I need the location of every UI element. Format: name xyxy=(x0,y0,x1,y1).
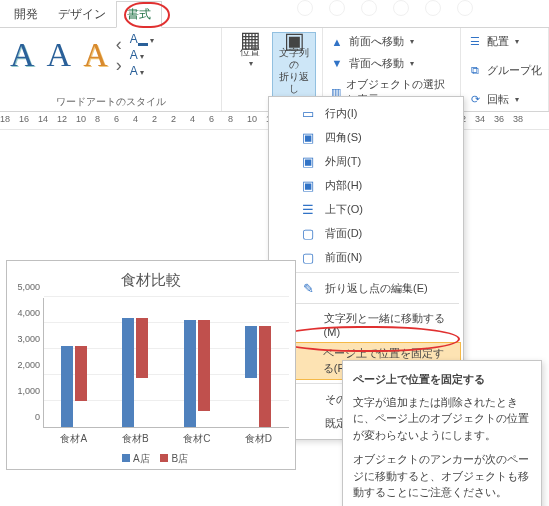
wrap-square-icon: ▣ xyxy=(299,129,317,145)
tooltip-title: ページ上で位置を固定する xyxy=(353,371,531,388)
chart-bar xyxy=(61,346,73,427)
wordart-style-3[interactable]: A xyxy=(79,35,112,75)
tab-format[interactable]: 書式 xyxy=(116,1,162,28)
wrap-inline[interactable]: ▭行内(I) xyxy=(269,101,463,125)
wrap-front[interactable]: ▢前面(N) xyxy=(269,245,463,269)
tooltip-paragraph-2: オブジェクトのアンカーが次のページに移動すると、オブジェクトも移動することにご注… xyxy=(353,451,531,501)
rotate-icon: ⟳ xyxy=(467,93,483,106)
bring-forward-button[interactable]: ▲前面へ移動▾ xyxy=(329,32,454,51)
bring-forward-icon: ▲ xyxy=(329,36,345,48)
text-effects-icon[interactable]: A▾ xyxy=(130,64,154,78)
wrap-topbottom[interactable]: ☰上下(O) xyxy=(269,197,463,221)
chart-plot-area: 01,0002,0003,0004,0005,000 xyxy=(43,298,289,428)
wrap-through[interactable]: ▣内部(H) xyxy=(269,173,463,197)
position-icon: ▦ xyxy=(240,34,261,46)
chart-bar xyxy=(122,318,134,427)
rotate-button[interactable]: ⟳回転▾ xyxy=(467,90,542,109)
chart-x-label: 食材C xyxy=(166,432,228,446)
chart-bar xyxy=(75,346,87,401)
text-outline-icon[interactable]: A▾ xyxy=(130,48,154,62)
text-fill-icon[interactable]: A▾ xyxy=(130,32,154,46)
legend-swatch-b xyxy=(160,454,168,462)
chart-legend: A店 B店 xyxy=(13,452,289,466)
position-button[interactable]: ▦ 位置▾ xyxy=(228,32,272,110)
send-backward-button[interactable]: ▼背面へ移動▾ xyxy=(329,54,454,73)
edit-wrap-icon: ✎ xyxy=(299,280,317,296)
tab-design[interactable]: デザイン xyxy=(48,2,116,27)
chart-x-labels: 食材A食材B食材C食材D xyxy=(43,432,289,446)
group-icon: ⧉ xyxy=(467,64,483,77)
align-icon: ☰ xyxy=(467,35,483,48)
wrap-inline-icon: ▭ xyxy=(299,105,317,121)
chart-title: 食材比較 xyxy=(13,271,289,290)
edit-wrap-points[interactable]: ✎折り返し点の編集(E) xyxy=(269,276,463,300)
wrap-tight[interactable]: ▣外周(T) xyxy=(269,149,463,173)
ribbon-tabs: 開発 デザイン 書式 xyxy=(0,0,549,28)
wrap-topbottom-icon: ☰ xyxy=(299,201,317,217)
wrap-through-icon: ▣ xyxy=(299,177,317,193)
tab-developer[interactable]: 開発 xyxy=(4,2,48,27)
tooltip-paragraph-1: 文字が追加または削除されたときに、ページ上のオブジェクトの位置が変わらないように… xyxy=(353,394,531,444)
chart-bar xyxy=(245,326,257,378)
chart-x-label: 食材D xyxy=(228,432,290,446)
wordart-style-1[interactable]: A xyxy=(6,35,39,75)
align-button[interactable]: ☰配置▾ xyxy=(467,32,542,51)
chart-x-label: 食材B xyxy=(105,432,167,446)
group-button[interactable]: ⧉グループ化 xyxy=(467,61,542,80)
chart-bar xyxy=(136,318,148,378)
wordart-group-label: ワードアートのスタイル xyxy=(6,95,215,109)
text-wrap-icon: ▣ xyxy=(284,35,305,47)
embedded-chart[interactable]: 食材比較 01,0002,0003,0004,0005,000 食材A食材B食材… xyxy=(6,260,296,470)
move-with-text[interactable]: 文字列と一緒に移動する(M) xyxy=(269,307,463,342)
wordart-more-icon[interactable]: ‹› xyxy=(116,34,122,76)
wordart-style-2[interactable]: A xyxy=(43,35,76,75)
tooltip-fix-on-page: ページ上で位置を固定する 文字が追加または削除されたときに、ページ上のオブジェク… xyxy=(342,360,542,506)
wrap-square[interactable]: ▣四角(S) xyxy=(269,125,463,149)
chart-bar xyxy=(184,320,196,427)
chart-bar xyxy=(259,326,271,427)
legend-swatch-a xyxy=(122,454,130,462)
wrap-behind[interactable]: ▢背面(D) xyxy=(269,221,463,245)
wrap-behind-icon: ▢ xyxy=(299,225,317,241)
chart-x-label: 食材A xyxy=(43,432,105,446)
wrap-front-icon: ▢ xyxy=(299,249,317,265)
chart-bar xyxy=(198,320,210,411)
send-backward-icon: ▼ xyxy=(329,57,345,69)
wrap-tight-icon: ▣ xyxy=(299,153,317,169)
